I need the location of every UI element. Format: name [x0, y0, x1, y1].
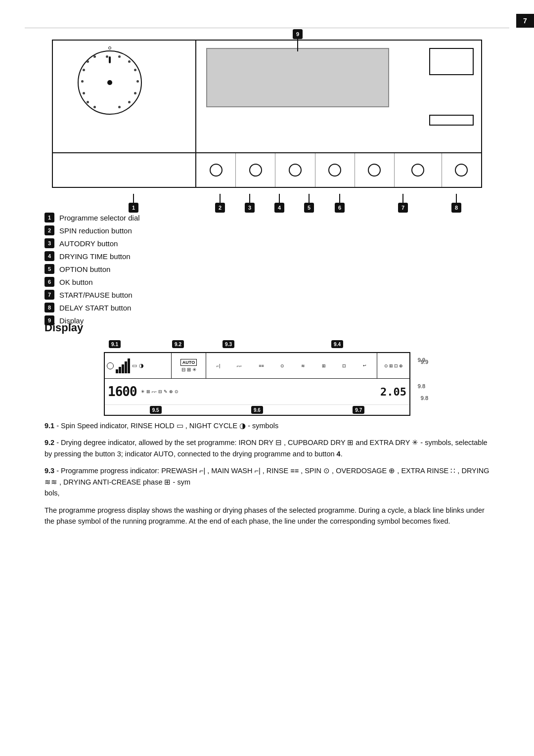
desc-9-1-text: - Spin Speed indicator, RINSE HOLD ▭ , N…	[56, 422, 278, 430]
legend-badge-2: 2	[44, 225, 54, 235]
btn-4-cell[interactable]	[275, 153, 315, 187]
right-button-row	[196, 153, 481, 187]
arrow-sym: ↩	[363, 363, 366, 368]
num-labels-row: 1 2 3 4 5 6 7	[52, 188, 482, 213]
display-bottom-row: 1600 ✳ ⊞ ⌐⌐ ⊟ ✎ ⊕ ⊙ 2.05 9.8	[105, 379, 409, 404]
display-top-row: ▭ ◑ AUTO ⊟ ⊞ ✳ ⌐| ⌐⌐ ≡≡ ⊙ ≋ ⊞	[105, 353, 409, 379]
legend-badge-6: 6	[44, 277, 54, 287]
btn-7-cell[interactable]	[395, 153, 442, 187]
descriptions-area: 9.1 - Spin Speed indicator, RINSE HOLD ▭…	[44, 420, 490, 533]
drying-symbols: ⊟ ⊞ ✳	[181, 367, 196, 372]
badge-6: 6	[335, 203, 345, 213]
num-label-2: 2	[215, 194, 225, 213]
legend-item-6: 6 OK button	[44, 277, 140, 287]
legend-label-4: DRYING TIME button	[59, 252, 131, 261]
num-label-7: 7	[398, 194, 408, 213]
label-line-2	[220, 194, 221, 203]
desc-9-3: 9.3 - Programme progress indicator: PREW…	[44, 465, 490, 498]
dial-dot	[106, 55, 108, 58]
display-9-4: ⊙ ⊞ ⊡ ⊕ 9.9	[377, 353, 409, 378]
button-row	[53, 152, 481, 187]
9-4-icons: ⊙ ⊞ ⊡ ⊕	[384, 363, 403, 368]
btn-5-cell[interactable]	[315, 153, 355, 187]
display-box: ▭ ◑ AUTO ⊟ ⊞ ✳ ⌐| ⌐⌐ ≡≡ ⊙ ≋ ⊞	[104, 352, 410, 416]
num-label-5: 5	[304, 194, 314, 213]
btn-3-cell[interactable]	[236, 153, 275, 187]
legend-badge-4: 4	[44, 251, 54, 261]
badge-7: 7	[398, 203, 408, 213]
dial-dot	[81, 80, 84, 83]
machine-diagram: 9	[25, 40, 509, 213]
label-9-8-side: 9.8	[421, 395, 428, 401]
dial-dot	[118, 106, 121, 108]
spin-speed-display: 1600	[105, 384, 140, 399]
sym4: ⊕	[399, 363, 403, 368]
badge-8: 8	[451, 203, 461, 213]
edit-icon: ✎	[164, 389, 168, 394]
bar5	[128, 358, 130, 373]
label-line-6	[339, 194, 340, 203]
spin-bar-indicator	[116, 358, 130, 373]
btn-8-cell[interactable]	[442, 153, 481, 187]
ok-button-icon	[368, 164, 381, 177]
page-number: 7	[516, 14, 534, 28]
label-9-2-badge: 9.2	[172, 340, 184, 348]
legend-badge-5: 5	[44, 264, 54, 274]
dial-dot	[83, 69, 85, 71]
desc-9-3-cont-text: The programme progress display shows the…	[44, 506, 485, 525]
desc-9-3-text: - Programme progress indicator: PREWASH …	[44, 467, 490, 486]
display-9-2: AUTO ⊟ ⊞ ✳	[172, 353, 206, 378]
dial-dot	[87, 101, 89, 103]
extra-sym: ⊞	[389, 363, 393, 368]
programme-selector-dial[interactable]	[78, 50, 142, 115]
dial-container	[78, 50, 142, 115]
option-button-icon	[328, 164, 341, 177]
desc-9-2-period: .	[341, 450, 343, 458]
book-icon: ⊟	[158, 389, 162, 394]
badge-9-indicator: 9	[293, 29, 303, 51]
label-9-3-badge: 9.3	[222, 340, 234, 348]
legend-label-1: Programme selector dial	[59, 214, 140, 222]
label-line-4	[279, 194, 280, 203]
num-label-8: 8	[451, 194, 461, 213]
label-line-5	[309, 194, 310, 203]
bar3	[122, 364, 124, 373]
desc-9-2-text: - Drying degree indicator, allowed by th…	[44, 439, 488, 457]
legend-label-8: DELAY START button	[59, 304, 131, 312]
iron-dry-sym: ⊟	[181, 367, 185, 372]
badge-4: 4	[274, 203, 284, 213]
btn-2-cell[interactable]	[196, 153, 236, 187]
delay-start-button-icon	[455, 164, 468, 177]
dial-indicator	[109, 56, 111, 63]
night-cycle-symbol: ◑	[139, 362, 144, 369]
time-display: 2.05	[377, 386, 409, 398]
cupboard-dry-sym: ⊞	[187, 367, 191, 372]
badge-2: 2	[215, 203, 225, 213]
start-pause-button-icon	[411, 164, 424, 177]
label-line-1	[133, 194, 134, 203]
btn-6-cell[interactable]	[355, 153, 395, 187]
legend-label-7: START/PAUSE button	[59, 291, 133, 299]
sym3: ⊡	[394, 363, 398, 368]
desc-9-3-bols: bols,	[44, 489, 60, 497]
dial-dot	[93, 106, 96, 108]
badge-1: 1	[129, 203, 138, 213]
display-9-3: ⌐| ⌐⌐ ≡≡ ⊙ ≋ ⊞ ⊡ ↩	[206, 353, 377, 378]
bottom-icons-row: ✳ ⊞ ⌐⌐ ⊟ ✎ ⊕ ⊙	[140, 389, 377, 394]
rinse-hold-symbol: ▭	[132, 362, 137, 369]
bar4	[125, 361, 127, 373]
legend-badge-8: 8	[44, 303, 54, 312]
spin-reduction-button-icon	[210, 164, 222, 177]
prewash-sym: ⌐|	[217, 363, 221, 368]
dial-dot	[83, 92, 85, 94]
dial-dot	[136, 80, 139, 83]
desc-9-1: 9.1 - Spin Speed indicator, RINSE HOLD ▭…	[44, 420, 490, 431]
legend-item-3: 3 AUTODRY button	[44, 238, 140, 248]
bar2	[119, 367, 121, 373]
legend-item-8: 8 DELAY START button	[44, 303, 140, 312]
dial-dot	[118, 55, 121, 58]
small-rect	[429, 115, 474, 126]
label-9-5: 9.5	[150, 406, 162, 414]
legend-badge-3: 3	[44, 238, 54, 248]
label-line-3	[249, 194, 250, 203]
